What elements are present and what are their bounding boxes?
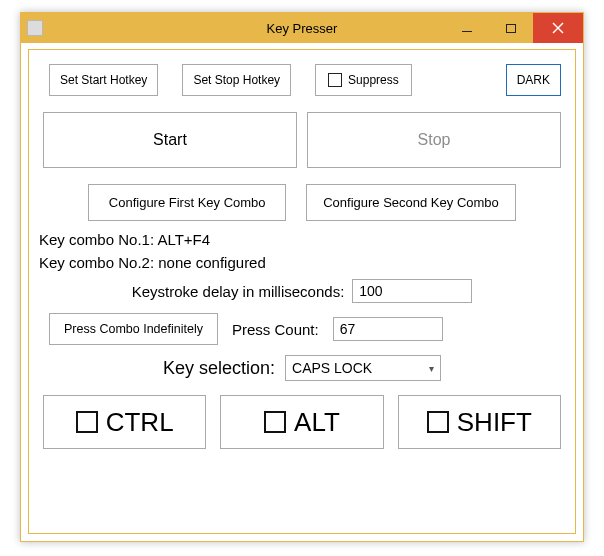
press-indefinitely-button[interactable]: Press Combo Indefinitely	[49, 313, 218, 345]
shift-checkbox-icon	[427, 411, 449, 433]
close-icon	[552, 22, 564, 34]
dark-mode-button[interactable]: DARK	[506, 64, 561, 96]
key-selection-label: Key selection:	[163, 358, 275, 379]
shift-modifier-toggle[interactable]: SHIFT	[398, 395, 561, 449]
key-selection-dropdown[interactable]: CAPS LOCK ▾	[285, 355, 441, 381]
client-area: Set Start Hotkey Set Stop Hotkey Suppres…	[28, 49, 576, 534]
combo1-status-label: Key combo No.1: ALT+F4	[39, 231, 561, 248]
alt-checkbox-icon	[264, 411, 286, 433]
chevron-down-icon: ▾	[429, 363, 434, 374]
key-selection-value: CAPS LOCK	[292, 360, 372, 376]
minimize-button[interactable]	[445, 13, 489, 43]
stop-button[interactable]: Stop	[307, 112, 561, 168]
ctrl-modifier-toggle[interactable]: CTRL	[43, 395, 206, 449]
delay-label: Keystroke delay in milliseconds:	[132, 283, 345, 300]
maximize-button[interactable]	[489, 13, 533, 43]
start-button[interactable]: Start	[43, 112, 297, 168]
press-count-label: Press Count:	[232, 321, 319, 338]
suppress-toggle[interactable]: Suppress	[315, 64, 412, 96]
app-window: Key Presser Set Start Hotkey Set Stop Ho…	[20, 12, 584, 542]
app-icon	[27, 20, 43, 36]
window-buttons	[445, 13, 583, 43]
configure-second-combo-button[interactable]: Configure Second Key Combo	[306, 184, 516, 221]
delay-input[interactable]	[352, 279, 472, 303]
ctrl-label: CTRL	[106, 407, 174, 438]
ctrl-checkbox-icon	[76, 411, 98, 433]
shift-label: SHIFT	[457, 407, 532, 438]
close-button[interactable]	[533, 13, 583, 43]
alt-modifier-toggle[interactable]: ALT	[220, 395, 383, 449]
combo2-status-label: Key combo No.2: none configured	[39, 254, 561, 271]
configure-first-combo-button[interactable]: Configure First Key Combo	[88, 184, 286, 221]
set-start-hotkey-button[interactable]: Set Start Hotkey	[49, 64, 158, 96]
suppress-label: Suppress	[348, 73, 399, 87]
set-stop-hotkey-button[interactable]: Set Stop Hotkey	[182, 64, 291, 96]
suppress-checkbox-icon	[328, 73, 342, 87]
press-count-input[interactable]	[333, 317, 443, 341]
alt-label: ALT	[294, 407, 340, 438]
titlebar[interactable]: Key Presser	[21, 13, 583, 43]
